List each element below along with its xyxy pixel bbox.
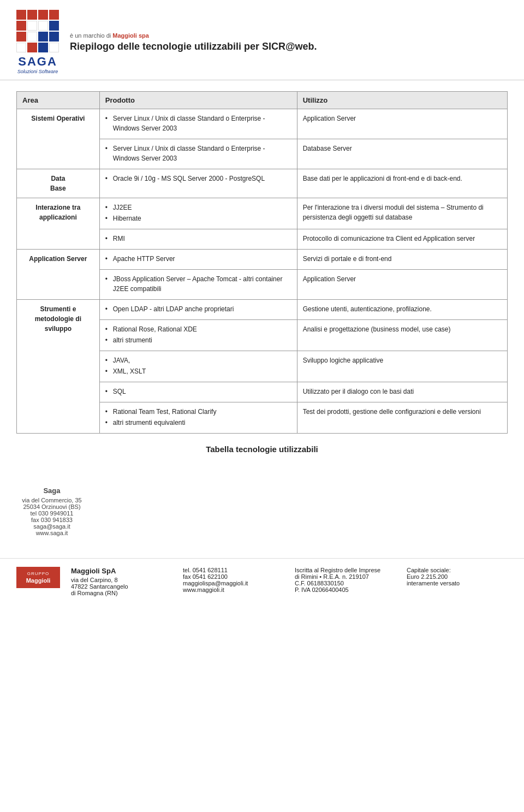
- area-interazione: Interazione tra applicazioni: [17, 198, 100, 250]
- capital-line2: Euro 2.215.200: [407, 573, 508, 580]
- table-caption: Tabella tecnologie utilizzabili: [16, 444, 508, 454]
- footer-bottom-bar: GRUPPO Maggioli Maggioli SpA via del Car…: [0, 558, 524, 604]
- footer-maggioli-name: Maggioli SpA: [71, 567, 172, 575]
- header-title-area: è un marchio di Maggioli spa Riepilogo d…: [70, 32, 508, 52]
- prodotto-cell: Oracle 9i / 10g - MS SQL Server 2000 - P…: [99, 169, 297, 198]
- footer-city-line: 25034 Orzinuovi (BS): [16, 503, 87, 510]
- table-row: DataBase Oracle 9i / 10g - MS SQL Server…: [17, 169, 508, 198]
- list-item: JAVA,: [105, 355, 291, 365]
- utilizzo-cell: Per l'interazione tra i diversi moduli d…: [297, 198, 507, 229]
- footer-address: Saga via del Commercio, 35 25034 Orzinuo…: [16, 487, 87, 536]
- footer-capital-info: Capitale sociale: Euro 2.215.200 interam…: [407, 567, 508, 586]
- list-item: Server Linux / Unix di classe Standard o…: [105, 114, 291, 133]
- list-item: altri strumenti equivalenti: [105, 418, 291, 428]
- brand-name: Maggioli spa: [112, 32, 149, 39]
- footer-web-line: www.saga.it: [16, 530, 87, 536]
- register-line1: Iscritta al Registro delle Imprese: [295, 567, 396, 573]
- col-header-utilizzo: Utilizzo: [297, 92, 507, 109]
- list-item: Rational Team Test, Rational Clarify: [105, 407, 291, 417]
- footer-company-name: Saga: [16, 487, 87, 495]
- area-sistemi-operativi: Sistemi Operativi: [17, 109, 100, 169]
- utilizzo-cell: Application Server: [297, 109, 507, 139]
- footer-maggioli-fax: fax 0541 622100: [183, 573, 284, 580]
- area-application-server: Application Server: [17, 250, 100, 300]
- footer-maggioli-city: 47822 Santarcangelo: [71, 583, 172, 590]
- col-header-area: Area: [17, 92, 100, 109]
- prodotto-cell: Rational Team Test, Rational Clarify alt…: [99, 402, 297, 434]
- list-item: Oracle 9i / 10g - MS SQL Server 2000 - P…: [105, 174, 291, 183]
- capital-line3: interamente versato: [407, 580, 508, 586]
- footer-company-info: Maggioli SpA via del Carpino, 8 47822 Sa…: [71, 567, 172, 596]
- prodotto-cell: JAVA, XML, XSLT: [99, 351, 297, 382]
- footer-fax-line: fax 030 941833: [16, 517, 87, 523]
- maggioli-logo-box: GRUPPO Maggioli: [16, 567, 60, 588]
- list-item: Server Linux / Unix di classe Standard o…: [105, 144, 291, 163]
- utilizzo-cell: Protocollo di comunicazione tra Client e…: [297, 229, 507, 250]
- page-header: SAGA Soluzioni Software è un marchio di …: [0, 0, 524, 80]
- saga-logo-text: SAGA: [16, 55, 59, 69]
- utilizzo-cell: Utilizzato per il dialogo con le basi da…: [297, 382, 507, 402]
- list-item: altri strumenti: [105, 335, 291, 345]
- table-row: Application Server Apache HTTP Server Se…: [17, 250, 508, 270]
- register-line4: P. IVA 02066400405: [295, 586, 396, 593]
- col-header-prodotto: Prodotto: [99, 92, 297, 109]
- page-title: Riepilogo delle tecnologie utilizzabili …: [70, 41, 508, 52]
- capital-line1: Capitale sociale:: [407, 567, 508, 573]
- footer-maggioli-tel: tel. 0541 628111: [183, 567, 284, 573]
- utilizzo-cell: Gestione utenti, autenticazione, profila…: [297, 300, 507, 320]
- maggioli-label: Maggioli: [26, 577, 51, 584]
- list-item: Rational Rose, Rational XDE: [105, 324, 291, 334]
- utilizzo-cell: Application Server: [297, 270, 507, 300]
- prodotto-cell: JJ2EE Hibernate: [99, 198, 297, 229]
- prodotto-cell: JBoss Application Server – Apache Tomcat…: [99, 270, 297, 300]
- prodotto-cell: Open LDAP - altri LDAP anche proprietari: [99, 300, 297, 320]
- prodotto-cell: SQL: [99, 382, 297, 402]
- utilizzo-cell: Servizi di portale e di front-end: [297, 250, 507, 270]
- list-item: XML, XSLT: [105, 366, 291, 376]
- logo-area: SAGA Soluzioni Software: [16, 10, 59, 74]
- saga-logo-grid: [16, 10, 59, 52]
- list-item: Apache HTTP Server: [105, 254, 291, 264]
- footer-maggioli-web: www.maggioli.it: [183, 586, 284, 593]
- utilizzo-cell: Test dei prodotti, gestione delle config…: [297, 402, 507, 434]
- list-item: Open LDAP - altri LDAP anche proprietari: [105, 304, 291, 314]
- brand-line: è un marchio di Maggioli spa: [70, 32, 508, 39]
- footer-maggioli-region: di Romagna (RN): [71, 590, 172, 596]
- prodotto-cell: Apache HTTP Server: [99, 250, 297, 270]
- utilizzo-cell: Base dati per le applicazioni di front-e…: [297, 169, 507, 198]
- register-line2: di Rimini • R.E.A. n. 219107: [295, 573, 396, 580]
- footer-contact-info: tel. 0541 628111 fax 0541 622100 maggiol…: [183, 567, 284, 593]
- table-row: Sistemi Operativi Server Linux / Unix di…: [17, 109, 508, 139]
- footer-address-section: Saga via del Commercio, 35 25034 Orzinuo…: [0, 481, 524, 547]
- footer-tel-line: tel 030 9949011: [16, 510, 87, 517]
- prodotto-cell: Server Linux / Unix di classe Standard o…: [99, 139, 297, 169]
- footer-maggioli-address: via del Carpino, 8: [71, 577, 172, 583]
- area-strumenti: Strumenti e metodologie di sviluppo: [17, 300, 100, 434]
- saga-logo-subtitle: Soluzioni Software: [16, 69, 59, 74]
- utilizzo-cell: Database Server: [297, 139, 507, 169]
- gruppo-label: GRUPPO: [23, 571, 53, 576]
- utilizzo-cell: Analisi e progettazione (business model,…: [297, 320, 507, 351]
- footer-address-line: via del Commercio, 35: [16, 497, 87, 503]
- utilizzo-cell: Sviluppo logiche applicative: [297, 351, 507, 382]
- footer-register-info: Iscritta al Registro delle Imprese di Ri…: [295, 567, 396, 593]
- register-line3: C.F. 06188330150: [295, 580, 396, 586]
- list-item: RMI: [105, 234, 291, 244]
- main-content: Area Prodotto Utilizzo Sistemi Operativi…: [0, 80, 524, 481]
- table-row: Strumenti e metodologie di sviluppo Open…: [17, 300, 508, 320]
- footer-maggioli-email: maggiolispa@maggioli.it: [183, 580, 284, 586]
- prodotto-cell: RMI: [99, 229, 297, 250]
- footer-email-line: saga@saga.it: [16, 523, 87, 530]
- prodotto-cell: Server Linux / Unix di classe Standard o…: [99, 109, 297, 139]
- list-item: JJ2EE: [105, 203, 291, 212]
- list-item: Hibernate: [105, 214, 291, 223]
- tech-table: Area Prodotto Utilizzo Sistemi Operativi…: [16, 91, 508, 434]
- table-row: Interazione tra applicazioni JJ2EE Hiber…: [17, 198, 508, 229]
- list-item: JBoss Application Server – Apache Tomcat…: [105, 274, 291, 294]
- list-item: SQL: [105, 387, 291, 396]
- prodotto-cell: Rational Rose, Rational XDE altri strume…: [99, 320, 297, 351]
- area-database: DataBase: [17, 169, 100, 198]
